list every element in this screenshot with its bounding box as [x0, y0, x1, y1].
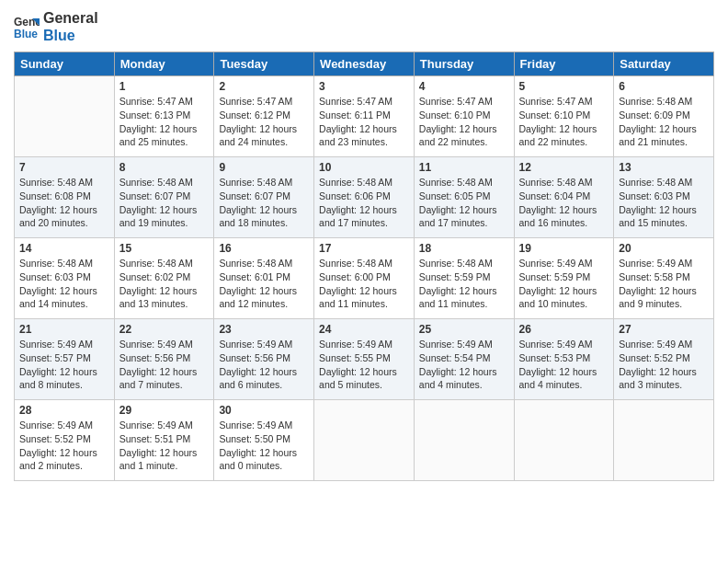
day-info: Sunrise: 5:48 AM Sunset: 6:01 PM Dayligh… [219, 257, 309, 311]
day-number: 8 [119, 161, 210, 174]
day-info: Sunrise: 5:48 AM Sunset: 5:59 PM Dayligh… [419, 257, 509, 311]
day-info: Sunrise: 5:49 AM Sunset: 5:52 PM Dayligh… [619, 338, 709, 392]
day-number: 1 [119, 80, 210, 93]
weekday-header-thursday: Thursday [414, 52, 514, 76]
week-row-4: 21Sunrise: 5:49 AM Sunset: 5:57 PM Dayli… [15, 319, 714, 400]
logo-icon: General Blue [14, 14, 40, 40]
day-number: 17 [319, 242, 409, 255]
day-info: Sunrise: 5:48 AM Sunset: 6:03 PM Dayligh… [619, 176, 709, 230]
calendar-cell: 10Sunrise: 5:48 AM Sunset: 6:06 PM Dayli… [314, 157, 415, 238]
day-info: Sunrise: 5:47 AM Sunset: 6:11 PM Dayligh… [319, 95, 409, 149]
weekday-header-row: SundayMondayTuesdayWednesdayThursdayFrid… [15, 52, 714, 76]
calendar-cell: 20Sunrise: 5:49 AM Sunset: 5:58 PM Dayli… [614, 238, 714, 319]
day-number: 15 [119, 242, 210, 255]
day-info: Sunrise: 5:48 AM Sunset: 6:03 PM Dayligh… [19, 257, 109, 311]
week-row-3: 14Sunrise: 5:48 AM Sunset: 6:03 PM Dayli… [15, 238, 714, 319]
calendar-cell: 9Sunrise: 5:48 AM Sunset: 6:07 PM Daylig… [214, 157, 314, 238]
day-number: 23 [219, 323, 309, 336]
day-number: 16 [219, 242, 309, 255]
week-row-1: 1Sunrise: 5:47 AM Sunset: 6:13 PM Daylig… [15, 76, 714, 157]
day-info: Sunrise: 5:47 AM Sunset: 6:13 PM Dayligh… [119, 95, 210, 149]
calendar-table: SundayMondayTuesdayWednesdayThursdayFrid… [14, 52, 714, 481]
calendar-cell: 25Sunrise: 5:49 AM Sunset: 5:54 PM Dayli… [414, 319, 514, 400]
day-number: 10 [319, 161, 409, 174]
calendar-cell: 15Sunrise: 5:48 AM Sunset: 6:02 PM Dayli… [114, 238, 214, 319]
day-info: Sunrise: 5:48 AM Sunset: 6:09 PM Dayligh… [619, 95, 709, 149]
calendar-cell: 17Sunrise: 5:48 AM Sunset: 6:00 PM Dayli… [314, 238, 415, 319]
day-number: 7 [19, 161, 109, 174]
weekday-header-tuesday: Tuesday [214, 52, 314, 76]
day-info: Sunrise: 5:48 AM Sunset: 6:06 PM Dayligh… [319, 176, 409, 230]
weekday-header-monday: Monday [114, 52, 214, 76]
logo: General Blue General Blue [14, 9, 98, 44]
calendar-cell: 28Sunrise: 5:49 AM Sunset: 5:52 PM Dayli… [15, 400, 115, 481]
calendar-cell: 5Sunrise: 5:47 AM Sunset: 6:10 PM Daylig… [514, 76, 614, 157]
day-info: Sunrise: 5:49 AM Sunset: 5:50 PM Dayligh… [219, 419, 309, 473]
day-number: 22 [119, 323, 210, 336]
weekday-header-saturday: Saturday [614, 52, 714, 76]
weekday-header-friday: Friday [514, 52, 614, 76]
calendar-cell: 2Sunrise: 5:47 AM Sunset: 6:12 PM Daylig… [214, 76, 314, 157]
calendar-cell: 4Sunrise: 5:47 AM Sunset: 6:10 PM Daylig… [414, 76, 514, 157]
day-info: Sunrise: 5:49 AM Sunset: 5:55 PM Dayligh… [319, 338, 409, 392]
day-info: Sunrise: 5:49 AM Sunset: 5:57 PM Dayligh… [19, 338, 109, 392]
calendar-cell: 29Sunrise: 5:49 AM Sunset: 5:51 PM Dayli… [114, 400, 214, 481]
calendar-cell: 14Sunrise: 5:48 AM Sunset: 6:03 PM Dayli… [15, 238, 115, 319]
day-number: 21 [19, 323, 109, 336]
day-info: Sunrise: 5:48 AM Sunset: 6:07 PM Dayligh… [119, 176, 210, 230]
day-info: Sunrise: 5:47 AM Sunset: 6:10 PM Dayligh… [419, 95, 509, 149]
day-info: Sunrise: 5:49 AM Sunset: 5:56 PM Dayligh… [119, 338, 210, 392]
day-number: 5 [519, 80, 609, 93]
day-number: 6 [619, 80, 709, 93]
day-number: 20 [619, 242, 709, 255]
day-number: 28 [19, 404, 109, 417]
day-number: 27 [619, 323, 709, 336]
day-number: 9 [219, 161, 309, 174]
calendar-cell: 18Sunrise: 5:48 AM Sunset: 5:59 PM Dayli… [414, 238, 514, 319]
day-info: Sunrise: 5:49 AM Sunset: 5:51 PM Dayligh… [119, 419, 210, 473]
header: General Blue General Blue [14, 9, 714, 44]
day-info: Sunrise: 5:48 AM Sunset: 6:00 PM Dayligh… [319, 257, 409, 311]
calendar-page: General Blue General Blue SundayMondayTu… [0, 0, 728, 563]
week-row-5: 28Sunrise: 5:49 AM Sunset: 5:52 PM Dayli… [15, 400, 714, 481]
calendar-cell: 19Sunrise: 5:49 AM Sunset: 5:59 PM Dayli… [514, 238, 614, 319]
day-number: 14 [19, 242, 109, 255]
calendar-cell [514, 400, 614, 481]
day-number: 24 [319, 323, 409, 336]
calendar-cell: 6Sunrise: 5:48 AM Sunset: 6:09 PM Daylig… [614, 76, 714, 157]
calendar-cell: 30Sunrise: 5:49 AM Sunset: 5:50 PM Dayli… [214, 400, 314, 481]
day-number: 19 [519, 242, 609, 255]
day-info: Sunrise: 5:48 AM Sunset: 6:07 PM Dayligh… [219, 176, 309, 230]
day-number: 13 [619, 161, 709, 174]
day-number: 3 [319, 80, 409, 93]
calendar-cell: 3Sunrise: 5:47 AM Sunset: 6:11 PM Daylig… [314, 76, 415, 157]
calendar-cell [314, 400, 415, 481]
calendar-cell: 8Sunrise: 5:48 AM Sunset: 6:07 PM Daylig… [114, 157, 214, 238]
logo-general: General [43, 9, 98, 27]
day-info: Sunrise: 5:47 AM Sunset: 6:10 PM Dayligh… [519, 95, 609, 149]
svg-text:General: General [14, 16, 40, 29]
day-info: Sunrise: 5:49 AM Sunset: 5:56 PM Dayligh… [219, 338, 309, 392]
calendar-cell: 23Sunrise: 5:49 AM Sunset: 5:56 PM Dayli… [214, 319, 314, 400]
day-info: Sunrise: 5:48 AM Sunset: 6:02 PM Dayligh… [119, 257, 210, 311]
week-row-2: 7Sunrise: 5:48 AM Sunset: 6:08 PM Daylig… [15, 157, 714, 238]
calendar-cell [414, 400, 514, 481]
day-number: 11 [419, 161, 509, 174]
day-info: Sunrise: 5:48 AM Sunset: 6:04 PM Dayligh… [519, 176, 609, 230]
calendar-cell: 24Sunrise: 5:49 AM Sunset: 5:55 PM Dayli… [314, 319, 415, 400]
day-number: 26 [519, 323, 609, 336]
calendar-cell: 13Sunrise: 5:48 AM Sunset: 6:03 PM Dayli… [614, 157, 714, 238]
calendar-cell [15, 76, 115, 157]
day-number: 30 [219, 404, 309, 417]
day-info: Sunrise: 5:48 AM Sunset: 6:05 PM Dayligh… [419, 176, 509, 230]
day-info: Sunrise: 5:49 AM Sunset: 5:59 PM Dayligh… [519, 257, 609, 311]
calendar-cell [614, 400, 714, 481]
day-number: 25 [419, 323, 509, 336]
calendar-cell: 16Sunrise: 5:48 AM Sunset: 6:01 PM Dayli… [214, 238, 314, 319]
day-number: 4 [419, 80, 509, 93]
calendar-cell: 27Sunrise: 5:49 AM Sunset: 5:52 PM Dayli… [614, 319, 714, 400]
day-info: Sunrise: 5:48 AM Sunset: 6:08 PM Dayligh… [19, 176, 109, 230]
calendar-cell: 21Sunrise: 5:49 AM Sunset: 5:57 PM Dayli… [15, 319, 115, 400]
logo-blue: Blue [43, 27, 98, 44]
calendar-cell: 1Sunrise: 5:47 AM Sunset: 6:13 PM Daylig… [114, 76, 214, 157]
